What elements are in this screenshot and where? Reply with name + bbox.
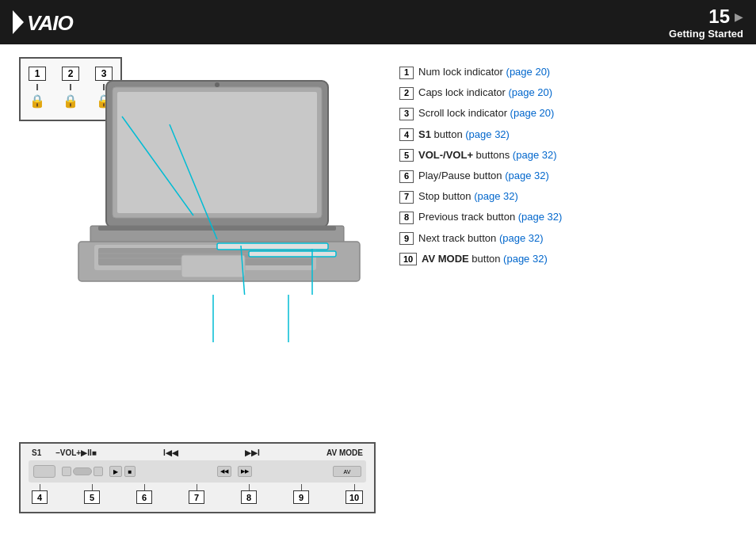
desc-num-10: 10 bbox=[399, 253, 417, 265]
svg-rect-15 bbox=[249, 251, 336, 257]
desc-item-7: 7 Stop button (page 32) bbox=[399, 189, 737, 204]
desc-link-8[interactable]: (page 32) bbox=[518, 211, 563, 223]
desc-link-9[interactable]: (page 32) bbox=[499, 232, 544, 244]
desc-link-4[interactable]: (page 32) bbox=[465, 128, 510, 140]
desc-text-10: AV MODE button (page 32) bbox=[422, 252, 548, 266]
desc-link-2[interactable]: (page 20) bbox=[508, 86, 552, 98]
laptop-illustration bbox=[67, 73, 368, 295]
desc-text-2: Caps lock indicator (page 20) bbox=[418, 86, 552, 100]
desc-link-6[interactable]: (page 32) bbox=[505, 170, 549, 181]
svg-rect-7 bbox=[98, 226, 336, 231]
desc-text-7: Stop button (page 32) bbox=[418, 189, 518, 204]
indicator-num-1: 1 bbox=[29, 67, 46, 81]
vaio-logo-svg: VAIO bbox=[13, 7, 100, 37]
desc-item-9: 9 Next track button (page 32) bbox=[399, 231, 737, 246]
indicator-icon-1: 🔒 bbox=[29, 93, 45, 109]
laptop-svg bbox=[67, 73, 368, 295]
main-content: 1 🔒 2 🔒 3 🔒 bbox=[0, 44, 756, 534]
desc-text-6: Play/Pause button (page 32) bbox=[418, 169, 549, 183]
desc-item-3: 3 Scroll lock indicator (page 20) bbox=[399, 106, 737, 120]
bar-label-prev: I◀◀ bbox=[163, 448, 178, 457]
bar-label-next: ▶▶I bbox=[245, 448, 260, 457]
desc-link-10[interactable]: (page 32) bbox=[503, 253, 548, 265]
indicator-1: 1 🔒 bbox=[29, 67, 46, 109]
bar-label-stop: ■ bbox=[92, 448, 97, 457]
desc-num-3: 3 bbox=[399, 108, 414, 120]
bar-labels: S1 – VOL + ▶II ■ I◀◀ ▶▶I AV MODE bbox=[29, 448, 366, 457]
desc-item-10: 10 AV MODE button (page 32) bbox=[399, 252, 737, 266]
desc-text-1: Num lock indicator (page 20) bbox=[418, 65, 550, 79]
header-title: Getting Started bbox=[669, 28, 743, 40]
desc-num-1: 1 bbox=[399, 67, 414, 79]
desc-link-7[interactable]: (page 32) bbox=[474, 190, 518, 202]
desc-link-5[interactable]: (page 32) bbox=[513, 149, 557, 161]
bar-label-playpause: ▶II bbox=[81, 448, 92, 457]
desc-item-5: 5 VOL-/VOL+ buttons (page 32) bbox=[399, 148, 737, 162]
desc-text-3: Scroll lock indicator (page 20) bbox=[418, 106, 554, 120]
header: VAIO 15 ▶ Getting Started bbox=[0, 0, 756, 44]
desc-num-2: 2 bbox=[399, 87, 414, 100]
desc-num-6: 6 bbox=[399, 170, 414, 183]
svg-marker-0 bbox=[13, 10, 24, 34]
desc-text-4: S1 button (page 32) bbox=[418, 128, 510, 142]
desc-num-9: 9 bbox=[399, 232, 414, 245]
bar-control-strip: ▶ ■ ◀◀ ▶▶ AV bbox=[29, 460, 366, 483]
desc-num-4: 4 bbox=[399, 128, 414, 141]
desc-text-8: Previous track button (page 32) bbox=[418, 210, 562, 224]
desc-link-1[interactable]: (page 20) bbox=[506, 66, 551, 78]
desc-item-4: 4 S1 button (page 32) bbox=[399, 128, 737, 142]
left-panel: 1 🔒 2 🔒 3 🔒 bbox=[19, 57, 384, 521]
svg-text:VAIO: VAIO bbox=[27, 11, 73, 35]
desc-link-3[interactable]: (page 20) bbox=[510, 107, 555, 119]
desc-num-5: 5 bbox=[399, 149, 414, 162]
desc-text-5: VOL-/VOL+ buttons (page 32) bbox=[418, 148, 557, 162]
desc-num-8: 8 bbox=[399, 212, 414, 224]
svg-rect-13 bbox=[181, 255, 245, 277]
svg-rect-4 bbox=[117, 92, 317, 213]
svg-rect-14 bbox=[217, 243, 328, 250]
desc-text-9: Next track button (page 32) bbox=[418, 231, 544, 246]
desc-item-1: 1 Num lock indicator (page 20) bbox=[399, 65, 737, 79]
desc-item-6: 6 Play/Pause button (page 32) bbox=[399, 169, 737, 183]
logo: VAIO bbox=[13, 7, 100, 37]
header-arrow: ▶ bbox=[735, 10, 743, 23]
bar-label-vol: VOL bbox=[60, 448, 77, 457]
bar-label-avmode: AV MODE bbox=[326, 448, 363, 457]
bottom-bar-diagram: S1 – VOL + ▶II ■ I◀◀ ▶▶I AV MODE bbox=[19, 442, 376, 513]
right-panel: 1 Num lock indicator (page 20) 2 Caps lo… bbox=[399, 57, 737, 521]
header-right: 15 ▶ Getting Started bbox=[669, 6, 743, 40]
desc-item-2: 2 Caps lock indicator (page 20) bbox=[399, 86, 737, 100]
page-number: 15 bbox=[708, 6, 730, 28]
desc-num-7: 7 bbox=[399, 191, 414, 204]
desc-item-8: 8 Previous track button (page 32) bbox=[399, 210, 737, 224]
bar-label-s1: S1 bbox=[32, 448, 41, 457]
indicator-line-1 bbox=[36, 84, 38, 90]
svg-point-5 bbox=[215, 82, 220, 87]
